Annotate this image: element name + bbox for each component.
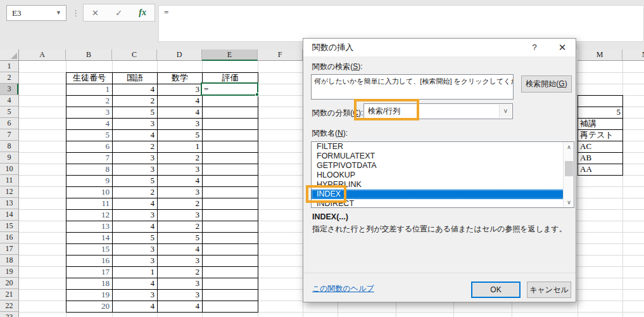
function-list-item-hyperlink[interactable]: HYPERLINK — [312, 180, 574, 190]
lookup-cell[interactable]: 補講 — [578, 119, 623, 130]
table-cell[interactable]: 3 — [158, 278, 203, 290]
table-cell[interactable]: 4 — [113, 301, 158, 313]
table-cell[interactable]: 3 — [158, 164, 203, 176]
table-cell[interactable]: 3 — [113, 153, 158, 164]
table-cell[interactable]: 4 — [158, 176, 203, 187]
table-cell[interactable] — [203, 256, 258, 267]
row-header-13[interactable]: 13 — [0, 198, 19, 209]
row-header-14[interactable]: 14 — [0, 209, 19, 221]
row-header-20[interactable]: 20 — [0, 278, 19, 289]
function-list-scrollbar[interactable]: ∧ ∨ — [563, 142, 574, 207]
ok-button[interactable]: OK — [471, 281, 521, 298]
select-all-corner[interactable] — [0, 49, 19, 61]
table-cell[interactable]: 4 — [113, 198, 158, 210]
table-cell[interactable] — [203, 290, 258, 301]
row-header-12[interactable]: 12 — [0, 186, 19, 198]
row-header-8[interactable]: 8 — [0, 141, 19, 152]
table-cell[interactable] — [203, 107, 258, 119]
table-cell[interactable]: 3 — [113, 164, 158, 176]
row-header-1[interactable]: 1 — [0, 61, 19, 72]
row-header-5[interactable]: 5 — [0, 107, 19, 118]
table-cell[interactable]: 4 — [113, 84, 158, 96]
table-cell[interactable]: 9 — [66, 176, 113, 187]
table-cell[interactable]: 2 — [158, 267, 203, 278]
scroll-up-icon[interactable]: ∧ — [564, 142, 574, 152]
table-header-cell[interactable]: 生徒番号 — [66, 73, 113, 84]
row-header-2[interactable]: 2 — [0, 72, 19, 84]
table-cell[interactable]: 3 — [158, 84, 203, 96]
table-cell[interactable] — [203, 244, 258, 256]
table-cell[interactable] — [203, 130, 258, 141]
dialog-help-icon[interactable]: ? — [525, 39, 544, 56]
table-cell[interactable]: 3 — [113, 210, 158, 221]
column-header-E[interactable]: E — [202, 49, 258, 61]
table-cell[interactable]: 4 — [66, 119, 113, 130]
function-list-item-getpivotdata[interactable]: GETPIVOTDATA — [312, 161, 574, 171]
table-cell[interactable]: 4 — [113, 130, 158, 141]
row-header-15[interactable]: 15 — [0, 221, 19, 232]
table-cell[interactable] — [203, 221, 258, 233]
column-header-N[interactable]: N — [622, 49, 644, 61]
table-cell[interactable]: 4 — [158, 301, 203, 313]
table-cell[interactable]: 11 — [66, 198, 113, 210]
row-header-21[interactable]: 21 — [0, 289, 19, 301]
table-cell[interactable]: 4 — [158, 107, 203, 119]
search-start-button[interactable]: 検索開始(G) — [521, 75, 572, 93]
lookup-cell[interactable]: 再テスト — [578, 130, 623, 141]
table-cell[interactable]: 1 — [66, 84, 113, 96]
table-cell[interactable]: 1 — [158, 141, 203, 153]
table-cell[interactable] — [203, 141, 258, 153]
table-cell[interactable] — [203, 119, 258, 130]
function-list-item-filter[interactable]: FILTER — [312, 142, 574, 152]
table-cell[interactable]: 6 — [66, 141, 113, 153]
lookup-cell[interactable] — [578, 96, 623, 107]
table-cell[interactable]: 19 — [66, 290, 113, 301]
table-cell[interactable]: 3 — [158, 210, 203, 221]
enter-entry-icon[interactable]: ✓ — [115, 8, 122, 18]
row-header-23[interactable]: 23 — [0, 312, 19, 317]
column-header-A[interactable]: A — [19, 49, 66, 61]
table-cell[interactable]: 12 — [66, 210, 113, 221]
table-cell[interactable] — [203, 210, 258, 221]
table-cell[interactable]: 4 — [158, 244, 203, 256]
table-cell[interactable]: 1 — [113, 267, 158, 278]
table-cell[interactable]: 5 — [158, 233, 203, 244]
row-header-7[interactable]: 7 — [0, 129, 19, 141]
row-header-4[interactable]: 4 — [0, 95, 19, 107]
table-cell[interactable]: 3 — [158, 119, 203, 130]
table-cell[interactable] — [203, 233, 258, 244]
table-cell[interactable]: 2 — [158, 153, 203, 164]
column-header-B[interactable]: B — [66, 49, 112, 61]
row-header-6[interactable]: 6 — [0, 118, 19, 129]
row-header-10[interactable]: 10 — [0, 164, 19, 175]
table-cell[interactable]: 3 — [113, 256, 158, 267]
lookup-cell[interactable]: 5 — [578, 107, 623, 119]
table-cell[interactable] — [203, 176, 258, 187]
row-header-16[interactable]: 16 — [0, 232, 19, 243]
name-box[interactable]: E3 ▼ — [6, 5, 66, 21]
column-header-C[interactable]: C — [112, 49, 157, 61]
function-list-item-hlookup[interactable]: HLOOKUP — [312, 171, 574, 180]
scrollbar-thumb[interactable] — [565, 161, 573, 176]
table-cell[interactable]: 3 — [113, 290, 158, 301]
table-cell[interactable]: 15 — [66, 244, 113, 256]
table-cell[interactable]: 2 — [158, 221, 203, 233]
table-cell[interactable]: 8 — [66, 164, 113, 176]
table-cell[interactable]: 7 — [66, 153, 113, 164]
table-header-cell[interactable]: 数学 — [158, 73, 203, 84]
table-cell[interactable] — [203, 278, 258, 290]
row-header-3[interactable]: 3 — [0, 84, 19, 95]
table-cell[interactable]: 4 — [113, 278, 158, 290]
dialog-close-icon[interactable]: ✕ — [552, 39, 573, 56]
table-cell[interactable]: 2 — [158, 198, 203, 210]
table-cell[interactable]: 16 — [66, 256, 113, 267]
table-cell[interactable]: 17 — [66, 267, 113, 278]
function-list-item-formulatext[interactable]: FORMULATEXT — [312, 152, 574, 161]
formula-bar-input[interactable]: = — [158, 5, 644, 42]
table-cell[interactable] — [203, 267, 258, 278]
table-cell[interactable]: 2 — [113, 141, 158, 153]
table-cell[interactable]: 14 — [66, 233, 113, 244]
column-header-M[interactable]: M — [578, 49, 622, 61]
row-header-9[interactable]: 9 — [0, 152, 19, 164]
table-cell[interactable]: 5 — [113, 107, 158, 119]
